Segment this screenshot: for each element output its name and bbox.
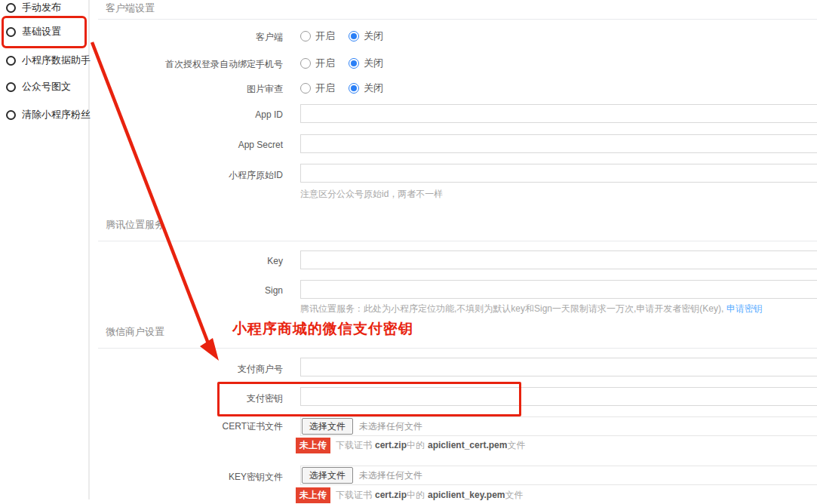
choose-file-button[interactable]: 选择文件 <box>302 418 353 435</box>
radio-off[interactable] <box>349 58 359 69</box>
not-uploaded-badge: 未上传 <box>296 438 330 453</box>
circle-icon <box>6 3 16 13</box>
radio-on-label: 开启 <box>315 81 335 95</box>
merchant-id-input[interactable] <box>300 358 817 376</box>
no-file-chosen-text: 未选择任何文件 <box>359 420 422 433</box>
label-cert-file: CERT证书文件 <box>98 420 283 433</box>
radio-on-label: 开启 <box>315 57 335 70</box>
key-upload-status: 未上传 下载证书cert.zip中的apiclient_key.pem文件 <box>296 487 527 503</box>
app-secret-input[interactable] <box>300 134 817 153</box>
label-key: Key <box>98 256 283 266</box>
sidebar-item-official-account-articles[interactable]: 公众号图文 <box>6 80 71 94</box>
radio-group-auto-bind-phone: 开启 关闭 <box>300 57 397 70</box>
circle-icon <box>6 82 16 92</box>
label-key-file: KEY密钥文件 <box>98 471 283 484</box>
divider <box>98 241 817 241</box>
choose-file-button[interactable]: 选择文件 <box>302 467 353 484</box>
section-title-wechat-merchant: 微信商户设置 <box>106 325 164 339</box>
label-auto-bind-phone: 首次授权登录自动绑定手机号 <box>98 58 283 71</box>
pay-key-input[interactable] <box>300 387 817 406</box>
label-pay-key: 支付密钥 <box>98 392 283 405</box>
radio-off[interactable] <box>349 31 359 41</box>
sidebar: 手动发布 基础设置 小程序数据助手 公众号图文 清除小程序粉丝 <box>0 0 90 499</box>
sign-hint-text: 腾讯位置服务：此处为小程序定位功能,不填则为默认key和Sign一天限制请求一万… <box>300 303 723 314</box>
divider <box>98 348 817 349</box>
label-sign: Sign <box>98 285 283 296</box>
radio-off-label: 关闭 <box>364 81 383 95</box>
divider <box>98 19 817 20</box>
radio-on-label: 开启 <box>315 29 335 43</box>
circle-icon <box>6 27 16 37</box>
original-id-hint: 注意区分公众号原始id，两者不一样 <box>300 188 443 201</box>
sign-hint: 腾讯位置服务：此处为小程序定位功能,不填则为默认key和Sign一天限制请求一万… <box>300 303 763 315</box>
section-title-tencent-location: 腾讯位置服务 <box>106 218 164 232</box>
sidebar-item-label: 清除小程序粉丝 <box>22 108 91 121</box>
label-image-review: 图片审查 <box>98 83 283 96</box>
sidebar-item-label: 小程序数据助手 <box>22 54 91 67</box>
circle-icon <box>6 56 16 66</box>
sidebar-item-clear-miniapp-fans[interactable]: 清除小程序粉丝 <box>6 108 91 121</box>
radio-off-label: 关闭 <box>364 57 383 70</box>
radio-on[interactable] <box>300 58 311 69</box>
key-file-input[interactable]: 选择文件 未选择任何文件 <box>300 466 817 485</box>
radio-off[interactable] <box>349 83 359 94</box>
sidebar-item-basic-settings[interactable]: 基础设置 <box>6 25 61 38</box>
no-file-chosen-text: 未选择任何文件 <box>359 469 422 482</box>
radio-on[interactable] <box>300 31 311 41</box>
location-sign-input[interactable] <box>300 280 817 299</box>
app-id-input[interactable] <box>300 104 817 123</box>
sidebar-item-label: 手动发布 <box>22 1 61 14</box>
cert-upload-status: 未上传 下载证书cert.zip中的apiclient_cert.pem文件 <box>296 438 528 453</box>
sidebar-item-miniapp-data-helper[interactable]: 小程序数据助手 <box>6 54 91 67</box>
cert-hint: 下载证书cert.zip中的apiclient_cert.pem文件 <box>336 439 528 452</box>
key-hint: 下载证书cert.zip中的apiclient_key.pem文件 <box>336 489 527 502</box>
radio-group-image-review: 开启 关闭 <box>300 81 397 95</box>
cert-file-input[interactable]: 选择文件 未选择任何文件 <box>300 416 817 436</box>
label-merchant-id: 支付商户号 <box>98 363 283 376</box>
red-annotation-pay-key: 小程序商城的微信支付密钥 <box>232 319 413 339</box>
location-key-input[interactable] <box>300 250 817 269</box>
label-client: 客户端 <box>98 31 283 44</box>
section-title-client-settings: 客户端设置 <box>106 2 155 15</box>
label-app-id: App ID <box>98 109 283 120</box>
sidebar-item-label: 基础设置 <box>22 25 61 38</box>
radio-group-client: 开启 关闭 <box>300 29 397 43</box>
sidebar-item-manual-publish[interactable]: 手动发布 <box>6 1 61 14</box>
label-original-id: 小程序原始ID <box>98 169 283 182</box>
not-uploaded-badge: 未上传 <box>296 487 330 503</box>
original-id-input[interactable] <box>300 164 817 183</box>
radio-on[interactable] <box>300 83 311 94</box>
label-app-secret: App Secret <box>98 140 283 150</box>
radio-off-label: 关闭 <box>364 29 383 43</box>
circle-icon <box>6 110 16 120</box>
apply-key-link[interactable]: 申请密钥 <box>726 303 763 314</box>
sidebar-item-label: 公众号图文 <box>22 80 71 94</box>
